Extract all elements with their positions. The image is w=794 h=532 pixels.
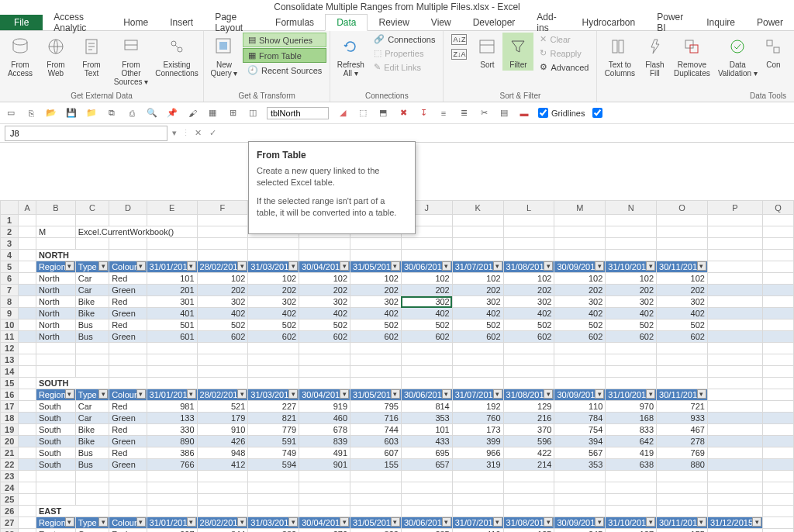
cell[interactable]: 657 (401, 459, 452, 471)
cell[interactable]: 302 (657, 296, 708, 308)
table-header[interactable]: 31/07/201 (452, 261, 503, 273)
cell[interactable]: Green (109, 308, 147, 320)
table-header[interactable]: 31/01/201 (147, 261, 197, 273)
col-head-D[interactable]: D (109, 201, 147, 215)
cell[interactable]: 302 (248, 296, 299, 308)
table-header[interactable]: 31/08/201 (503, 389, 554, 401)
cell[interactable]: South (36, 401, 75, 413)
dropdown-icon[interactable]: ▾ (172, 128, 177, 138)
cell[interactable]: 966 (452, 447, 503, 459)
cell[interactable]: 227 (248, 401, 299, 413)
cell[interactable]: 173 (452, 424, 503, 436)
cell[interactable]: 168 (606, 413, 657, 424)
cell[interactable]: 133 (147, 413, 197, 424)
cell[interactable]: 202 (197, 285, 248, 296)
advanced-button[interactable]: ⚙Advanced (535, 60, 593, 74)
col-head-L[interactable]: L (503, 201, 554, 215)
from-table-button[interactable]: ▦From Table (243, 48, 326, 63)
row-head-6[interactable]: 6 (1, 273, 19, 285)
table-header[interactable]: 31/01/201 (147, 389, 197, 401)
row-head-11[interactable]: 11 (1, 331, 19, 343)
cell[interactable]: 890 (147, 436, 197, 447)
cell[interactable]: 129 (503, 401, 554, 413)
table-header[interactable]: 30/04/201 (299, 261, 350, 273)
cell[interactable]: 302 (452, 296, 503, 308)
row-head-9[interactable]: 9 (1, 308, 19, 320)
grid-icon[interactable]: ▦ (206, 107, 219, 119)
table-header[interactable]: 28/02/201 (197, 389, 248, 401)
col-head-F[interactable]: F (197, 201, 248, 215)
recent-sources-button[interactable]: 🕘Recent Sources (243, 64, 326, 77)
table-header[interactable]: 31/03/201 (248, 261, 299, 273)
table-header[interactable]: Type (75, 517, 109, 529)
properties-button[interactable]: ⬚Properties (369, 47, 440, 60)
eraser-icon[interactable]: ◢ (337, 107, 349, 119)
cell[interactable]: 214 (503, 459, 554, 471)
cell[interactable]: 422 (503, 447, 554, 459)
col-head-P[interactable]: P (707, 201, 762, 215)
cell[interactable]: 919 (299, 401, 350, 413)
cell[interactable]: 814 (401, 401, 452, 413)
name-box[interactable] (267, 107, 329, 119)
reapply-button[interactable]: ↻Reapply (535, 47, 593, 60)
cell[interactable]: Green (109, 413, 147, 424)
cell[interactable]: 402 (197, 308, 248, 320)
clear-button[interactable]: ✕Clear (535, 33, 593, 46)
cell[interactable]: 433 (401, 436, 452, 447)
cell[interactable]: 101 (401, 424, 452, 436)
cell[interactable]: 721 (657, 401, 708, 413)
cell[interactable]: 402 (452, 308, 503, 320)
tab-data[interactable]: Data (325, 14, 368, 31)
table-header[interactable]: 30/09/201 (554, 389, 606, 401)
cell[interactable]: 412 (197, 459, 248, 471)
cell[interactable]: Red (109, 296, 147, 308)
cell[interactable]: 833 (606, 424, 657, 436)
cell[interactable]: 601 (147, 331, 197, 343)
cell[interactable]: 353 (401, 413, 452, 424)
cell[interactable]: 125 (503, 529, 554, 533)
cell[interactable]: 521 (197, 401, 248, 413)
existing-connections-button[interactable]: Existing Connections (154, 33, 200, 79)
row-head-5[interactable]: 5 (1, 261, 19, 273)
table-header[interactable]: 30/06/201 (401, 517, 452, 529)
cell[interactable]: 678 (299, 424, 350, 436)
col-head-corner[interactable] (1, 201, 19, 215)
cell[interactable]: 202 (350, 285, 402, 296)
cell[interactable]: 401 (147, 308, 197, 320)
cut-icon[interactable]: ✂ (478, 107, 490, 119)
cell[interactable]: 716 (350, 413, 402, 424)
table-header[interactable]: 31/10/201 (606, 517, 657, 529)
cell[interactable]: 102 (248, 273, 299, 285)
cell[interactable]: 102 (503, 273, 554, 285)
cell[interactable]: 602 (657, 331, 708, 343)
cell[interactable]: 591 (248, 436, 299, 447)
cell[interactable]: 102 (657, 273, 708, 285)
cell[interactable]: 319 (452, 459, 503, 471)
cell[interactable]: 754 (554, 424, 606, 436)
cell[interactable]: 302 (606, 296, 657, 308)
cell[interactable]: South (36, 447, 75, 459)
cell[interactable]: 638 (606, 459, 657, 471)
cell[interactable]: 202 (503, 285, 554, 296)
cell[interactable]: 567 (554, 447, 606, 459)
table-header[interactable]: Colour (109, 261, 147, 273)
tab-home[interactable]: Home (112, 15, 159, 30)
cell[interactable]: 382 (248, 529, 299, 533)
cell[interactable]: 276 (299, 529, 350, 533)
consolidate-button[interactable]: Con (761, 33, 785, 71)
cell[interactable]: 110 (554, 401, 606, 413)
ungroup-icon[interactable]: ⬚ (357, 107, 369, 119)
from-text-button[interactable]: From Text (74, 33, 109, 79)
cell[interactable]: 460 (299, 413, 350, 424)
table-header[interactable]: 31/12/2015 (707, 517, 762, 529)
table-header[interactable]: 31/03/201 (248, 389, 299, 401)
cell[interactable]: Red (109, 424, 147, 436)
table-header[interactable]: 28/02/201 (197, 517, 248, 529)
table-header[interactable]: Colour (109, 389, 147, 401)
cell[interactable]: 278 (657, 436, 708, 447)
cell[interactable]: 502 (248, 320, 299, 331)
table-header[interactable]: 31/05/201 (350, 517, 402, 529)
table-header[interactable]: Region (36, 389, 75, 401)
table-style-icon[interactable]: ▤ (498, 107, 510, 119)
cell[interactable]: 102 (606, 273, 657, 285)
